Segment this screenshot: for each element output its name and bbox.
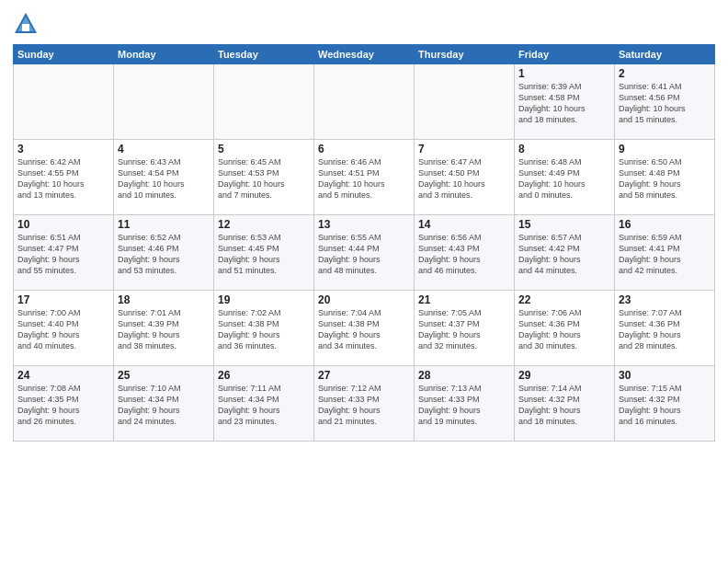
calendar-header-wednesday: Wednesday	[314, 45, 415, 64]
logo-icon	[13, 11, 39, 37]
day-info: Sunrise: 7:04 AM Sunset: 4:38 PM Dayligh…	[318, 307, 410, 352]
calendar-cell: 17Sunrise: 7:00 AM Sunset: 4:40 PM Dayli…	[14, 291, 114, 366]
day-number: 9	[619, 143, 711, 155]
calendar-week-4: 24Sunrise: 7:08 AM Sunset: 4:35 PM Dayli…	[14, 366, 715, 442]
calendar-cell: 30Sunrise: 7:15 AM Sunset: 4:32 PM Dayli…	[615, 366, 715, 442]
logo	[13, 11, 42, 37]
day-info: Sunrise: 6:48 AM Sunset: 4:49 PM Dayligh…	[518, 156, 610, 201]
day-number: 2	[619, 67, 711, 80]
day-info: Sunrise: 7:12 AM Sunset: 4:33 PM Dayligh…	[318, 383, 410, 428]
day-number: 27	[318, 369, 410, 382]
calendar-cell: 16Sunrise: 6:59 AM Sunset: 4:41 PM Dayli…	[615, 215, 715, 291]
calendar-cell: 5Sunrise: 6:45 AM Sunset: 4:53 PM Daylig…	[214, 140, 314, 215]
day-number: 13	[318, 218, 410, 231]
day-info: Sunrise: 6:57 AM Sunset: 4:42 PM Dayligh…	[518, 232, 610, 277]
day-info: Sunrise: 7:08 AM Sunset: 4:35 PM Dayligh…	[17, 383, 109, 428]
day-number: 28	[418, 369, 510, 382]
calendar-cell: 12Sunrise: 6:53 AM Sunset: 4:45 PM Dayli…	[214, 215, 314, 291]
day-number: 5	[218, 143, 310, 155]
day-number: 8	[518, 143, 610, 155]
calendar-cell: 10Sunrise: 6:51 AM Sunset: 4:47 PM Dayli…	[14, 215, 114, 291]
calendar-cell: 15Sunrise: 6:57 AM Sunset: 4:42 PM Dayli…	[515, 215, 615, 291]
day-number: 14	[418, 218, 510, 231]
calendar-cell: 21Sunrise: 7:05 AM Sunset: 4:37 PM Dayli…	[415, 291, 515, 366]
day-number: 18	[118, 293, 210, 306]
calendar-cell: 28Sunrise: 7:13 AM Sunset: 4:33 PM Dayli…	[415, 366, 515, 442]
day-number: 6	[318, 143, 410, 155]
day-number: 10	[17, 218, 109, 231]
calendar-header-row: SundayMondayTuesdayWednesdayThursdayFrid…	[14, 45, 715, 64]
calendar-cell: 4Sunrise: 6:43 AM Sunset: 4:54 PM Daylig…	[114, 140, 214, 215]
calendar-cell: 25Sunrise: 7:10 AM Sunset: 4:34 PM Dayli…	[114, 366, 214, 442]
day-number: 19	[218, 293, 310, 306]
svg-rect-2	[22, 24, 29, 31]
calendar-header-friday: Friday	[515, 45, 615, 64]
day-number: 17	[17, 293, 109, 306]
calendar-cell	[214, 64, 314, 140]
day-number: 29	[518, 369, 610, 382]
day-info: Sunrise: 6:39 AM Sunset: 4:58 PM Dayligh…	[518, 81, 610, 126]
calendar-cell: 23Sunrise: 7:07 AM Sunset: 4:36 PM Dayli…	[615, 291, 715, 366]
day-number: 20	[318, 293, 410, 306]
day-number: 21	[418, 293, 510, 306]
calendar-cell: 26Sunrise: 7:11 AM Sunset: 4:34 PM Dayli…	[214, 366, 314, 442]
day-info: Sunrise: 6:56 AM Sunset: 4:43 PM Dayligh…	[418, 232, 510, 277]
day-info: Sunrise: 7:13 AM Sunset: 4:33 PM Dayligh…	[418, 383, 510, 428]
calendar-cell: 19Sunrise: 7:02 AM Sunset: 4:38 PM Dayli…	[214, 291, 314, 366]
calendar-header-monday: Monday	[114, 45, 214, 64]
day-number: 24	[17, 369, 109, 382]
calendar-week-3: 17Sunrise: 7:00 AM Sunset: 4:40 PM Dayli…	[14, 291, 715, 366]
day-number: 23	[619, 293, 711, 306]
calendar-header-saturday: Saturday	[615, 45, 715, 64]
day-info: Sunrise: 7:11 AM Sunset: 4:34 PM Dayligh…	[218, 383, 310, 428]
calendar-cell: 11Sunrise: 6:52 AM Sunset: 4:46 PM Dayli…	[114, 215, 214, 291]
calendar-cell	[114, 64, 214, 140]
calendar-cell: 1Sunrise: 6:39 AM Sunset: 4:58 PM Daylig…	[515, 64, 615, 140]
calendar-week-1: 3Sunrise: 6:42 AM Sunset: 4:55 PM Daylig…	[14, 140, 715, 215]
day-info: Sunrise: 6:52 AM Sunset: 4:46 PM Dayligh…	[118, 232, 210, 277]
day-number: 11	[118, 218, 210, 231]
day-info: Sunrise: 7:01 AM Sunset: 4:39 PM Dayligh…	[118, 307, 210, 352]
calendar-cell: 9Sunrise: 6:50 AM Sunset: 4:48 PM Daylig…	[615, 140, 715, 215]
day-number: 3	[17, 143, 109, 155]
day-info: Sunrise: 7:00 AM Sunset: 4:40 PM Dayligh…	[17, 307, 109, 352]
day-info: Sunrise: 7:07 AM Sunset: 4:36 PM Dayligh…	[619, 307, 711, 352]
calendar-cell: 7Sunrise: 6:47 AM Sunset: 4:50 PM Daylig…	[415, 140, 515, 215]
day-info: Sunrise: 6:51 AM Sunset: 4:47 PM Dayligh…	[17, 232, 109, 277]
day-info: Sunrise: 6:47 AM Sunset: 4:50 PM Dayligh…	[418, 156, 510, 201]
calendar-cell: 18Sunrise: 7:01 AM Sunset: 4:39 PM Dayli…	[114, 291, 214, 366]
day-number: 16	[619, 218, 711, 231]
calendar-cell	[415, 64, 515, 140]
day-info: Sunrise: 7:15 AM Sunset: 4:32 PM Dayligh…	[619, 383, 711, 428]
day-info: Sunrise: 6:46 AM Sunset: 4:51 PM Dayligh…	[318, 156, 410, 201]
page: SundayMondayTuesdayWednesdayThursdayFrid…	[0, 0, 728, 563]
calendar-cell: 20Sunrise: 7:04 AM Sunset: 4:38 PM Dayli…	[314, 291, 415, 366]
day-info: Sunrise: 6:43 AM Sunset: 4:54 PM Dayligh…	[118, 156, 210, 201]
calendar-week-2: 10Sunrise: 6:51 AM Sunset: 4:47 PM Dayli…	[14, 215, 715, 291]
calendar-cell: 24Sunrise: 7:08 AM Sunset: 4:35 PM Dayli…	[14, 366, 114, 442]
day-info: Sunrise: 7:05 AM Sunset: 4:37 PM Dayligh…	[418, 307, 510, 352]
day-info: Sunrise: 6:55 AM Sunset: 4:44 PM Dayligh…	[318, 232, 410, 277]
day-info: Sunrise: 6:59 AM Sunset: 4:41 PM Dayligh…	[619, 232, 711, 277]
calendar-cell: 6Sunrise: 6:46 AM Sunset: 4:51 PM Daylig…	[314, 140, 415, 215]
header	[13, 11, 715, 37]
calendar-cell: 8Sunrise: 6:48 AM Sunset: 4:49 PM Daylig…	[515, 140, 615, 215]
calendar-cell: 22Sunrise: 7:06 AM Sunset: 4:36 PM Dayli…	[515, 291, 615, 366]
day-number: 7	[418, 143, 510, 155]
calendar-header-thursday: Thursday	[415, 45, 515, 64]
day-info: Sunrise: 7:10 AM Sunset: 4:34 PM Dayligh…	[118, 383, 210, 428]
day-number: 4	[118, 143, 210, 155]
calendar-cell	[314, 64, 415, 140]
calendar: SundayMondayTuesdayWednesdayThursdayFrid…	[13, 44, 715, 442]
day-number: 12	[218, 218, 310, 231]
day-info: Sunrise: 6:42 AM Sunset: 4:55 PM Dayligh…	[17, 156, 109, 201]
day-info: Sunrise: 6:41 AM Sunset: 4:56 PM Dayligh…	[619, 81, 711, 126]
calendar-header-sunday: Sunday	[14, 45, 114, 64]
calendar-cell: 29Sunrise: 7:14 AM Sunset: 4:32 PM Dayli…	[515, 366, 615, 442]
calendar-cell: 13Sunrise: 6:55 AM Sunset: 4:44 PM Dayli…	[314, 215, 415, 291]
day-number: 30	[619, 369, 711, 382]
day-info: Sunrise: 6:50 AM Sunset: 4:48 PM Dayligh…	[619, 156, 711, 201]
day-info: Sunrise: 7:06 AM Sunset: 4:36 PM Dayligh…	[518, 307, 610, 352]
day-info: Sunrise: 6:53 AM Sunset: 4:45 PM Dayligh…	[218, 232, 310, 277]
calendar-cell: 2Sunrise: 6:41 AM Sunset: 4:56 PM Daylig…	[615, 64, 715, 140]
